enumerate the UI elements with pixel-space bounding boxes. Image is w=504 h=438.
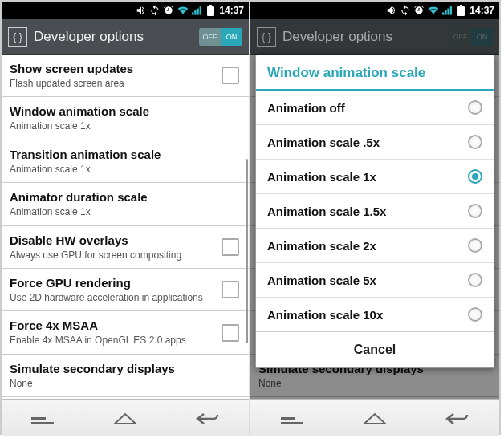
toggle-on-label: ON bbox=[221, 28, 242, 46]
checkbox[interactable] bbox=[222, 238, 239, 256]
app-title: Developer options bbox=[282, 29, 443, 45]
setting-subtitle: Enable 4x MSAA in OpenGL ES 2.0 apps bbox=[10, 335, 215, 346]
setting-subtitle: Animation scale 1x bbox=[10, 206, 239, 217]
setting-row[interactable]: Force 4x MSAAEnable 4x MSAA in OpenGL ES… bbox=[2, 311, 249, 354]
radio-button[interactable] bbox=[468, 135, 482, 149]
nav-back-button[interactable] bbox=[441, 409, 474, 428]
setting-row[interactable]: Disable HW overlaysAlways use GPU for sc… bbox=[2, 226, 249, 269]
master-toggle[interactable]: OFF ON bbox=[199, 28, 242, 46]
svg-rect-11 bbox=[450, 6, 452, 14]
toggle-on-label: ON bbox=[471, 28, 493, 46]
nav-bar bbox=[250, 399, 499, 436]
setting-subtitle: Animation scale 1x bbox=[10, 120, 239, 132]
alarm-icon bbox=[413, 5, 425, 16]
setting-subtitle: Flash updated screen area bbox=[10, 78, 215, 89]
setting-subtitle: None bbox=[258, 378, 490, 389]
dialog-option[interactable]: Animation off bbox=[256, 91, 494, 125]
battery-icon bbox=[207, 5, 214, 16]
wifi-icon bbox=[177, 5, 189, 16]
status-time: 14:37 bbox=[469, 5, 494, 16]
svg-rect-8 bbox=[442, 12, 444, 14]
setting-title: Disable HW overlays bbox=[10, 233, 215, 248]
checkbox[interactable] bbox=[222, 324, 239, 342]
checkbox[interactable] bbox=[222, 281, 239, 298]
setting-title: Window animation scale bbox=[10, 104, 239, 119]
setting-title: Simulate secondary displays bbox=[10, 362, 239, 376]
svg-rect-4 bbox=[207, 6, 214, 16]
master-toggle: OFF ON bbox=[449, 28, 493, 46]
status-bar: 14:37 bbox=[250, 2, 499, 19]
svg-rect-6 bbox=[31, 422, 54, 424]
toggle-off-label: OFF bbox=[449, 28, 471, 46]
app-title: Developer options bbox=[34, 29, 193, 45]
setting-subtitle: Animation scale 1x bbox=[10, 164, 239, 175]
setting-title: Show screen updates bbox=[10, 62, 215, 76]
dialog-option[interactable]: Animation scale 5x bbox=[256, 263, 494, 298]
status-time: 14:37 bbox=[219, 5, 244, 16]
radio-button[interactable] bbox=[468, 238, 482, 253]
nav-home-button[interactable] bbox=[108, 409, 142, 428]
radio-button[interactable] bbox=[468, 273, 482, 287]
setting-row[interactable]: Force GPU renderingUse 2D hardware accel… bbox=[2, 269, 249, 311]
svg-rect-0 bbox=[192, 12, 193, 14]
radio-button[interactable] bbox=[468, 204, 482, 218]
dialog-option[interactable]: Animation scale .5x bbox=[256, 125, 494, 160]
svg-rect-5 bbox=[209, 5, 212, 6]
svg-rect-2 bbox=[197, 9, 199, 15]
svg-rect-15 bbox=[281, 417, 295, 420]
settings-list[interactable]: Show screen updatesFlash updated screen … bbox=[2, 55, 249, 399]
radio-button[interactable] bbox=[468, 169, 482, 184]
nav-back-button[interactable] bbox=[191, 409, 225, 428]
nav-menu-button[interactable] bbox=[275, 409, 309, 428]
screen-right: 14:37 { } Developer options OFF ON Show … bbox=[250, 2, 499, 436]
checkbox[interactable] bbox=[222, 67, 239, 84]
setting-row[interactable]: Window animation scaleAnimation scale 1x bbox=[2, 97, 249, 140]
radio-button[interactable] bbox=[468, 100, 482, 115]
developer-icon[interactable]: { } bbox=[8, 27, 27, 47]
dialog-option[interactable]: Animation scale 1x bbox=[256, 160, 494, 194]
setting-subtitle: Use 2D hardware acceleration in applicat… bbox=[10, 292, 215, 303]
dialog-option-label: Animation scale 1.5x bbox=[267, 205, 460, 218]
status-bar: 14:37 bbox=[2, 2, 249, 19]
volume-icon bbox=[136, 5, 147, 16]
svg-rect-1 bbox=[194, 10, 196, 15]
dialog-cancel-button[interactable]: Cancel bbox=[256, 332, 494, 367]
nav-bar bbox=[2, 399, 249, 436]
toggle-off-label: OFF bbox=[199, 28, 221, 46]
screen-left: 14:37 { } Developer options OFF ON Show … bbox=[2, 2, 250, 436]
battery-icon bbox=[457, 5, 465, 16]
svg-rect-9 bbox=[445, 10, 446, 15]
dialog-option-label: Animation scale .5x bbox=[267, 136, 460, 149]
setting-subtitle: Always use GPU for screen compositing bbox=[10, 249, 215, 261]
svg-rect-12 bbox=[457, 6, 465, 16]
developer-icon: { } bbox=[257, 27, 276, 47]
setting-title: Transition animation scale bbox=[10, 148, 239, 162]
setting-row[interactable]: Animator duration scaleAnimation scale 1… bbox=[2, 183, 249, 225]
app-bar: { } Developer options OFF ON bbox=[250, 19, 499, 55]
dialog-option[interactable]: Animation scale 1.5x bbox=[256, 194, 494, 229]
dialog-option-label: Animation scale 5x bbox=[267, 274, 460, 287]
setting-row[interactable]: Simulate secondary displaysNone bbox=[2, 355, 249, 397]
scrollbar[interactable] bbox=[246, 159, 248, 343]
signal-icon bbox=[192, 5, 205, 16]
setting-row[interactable]: Transition animation scaleAnimation scal… bbox=[2, 140, 249, 183]
volume-icon bbox=[386, 5, 397, 16]
radio-button[interactable] bbox=[468, 307, 482, 322]
nav-home-button[interactable] bbox=[358, 409, 392, 428]
dialog-option[interactable]: Animation scale 2x bbox=[256, 229, 494, 263]
alarm-icon bbox=[163, 5, 174, 16]
setting-title: Force 4x MSAA bbox=[10, 318, 215, 333]
svg-rect-13 bbox=[460, 5, 462, 6]
sync-icon bbox=[149, 5, 161, 16]
status-icons bbox=[386, 5, 465, 16]
setting-row[interactable]: Show screen updatesFlash updated screen … bbox=[2, 55, 249, 97]
dialog-option-label: Animation scale 2x bbox=[267, 239, 460, 253]
svg-rect-7 bbox=[31, 417, 46, 420]
dialog-option-label: Animation scale 1x bbox=[267, 170, 460, 184]
nav-menu-button[interactable] bbox=[26, 409, 59, 428]
signal-icon bbox=[442, 5, 455, 16]
svg-rect-10 bbox=[448, 9, 449, 15]
dialog-option[interactable]: Animation scale 10x bbox=[256, 298, 494, 332]
svg-rect-14 bbox=[281, 422, 303, 424]
svg-rect-3 bbox=[200, 6, 201, 14]
